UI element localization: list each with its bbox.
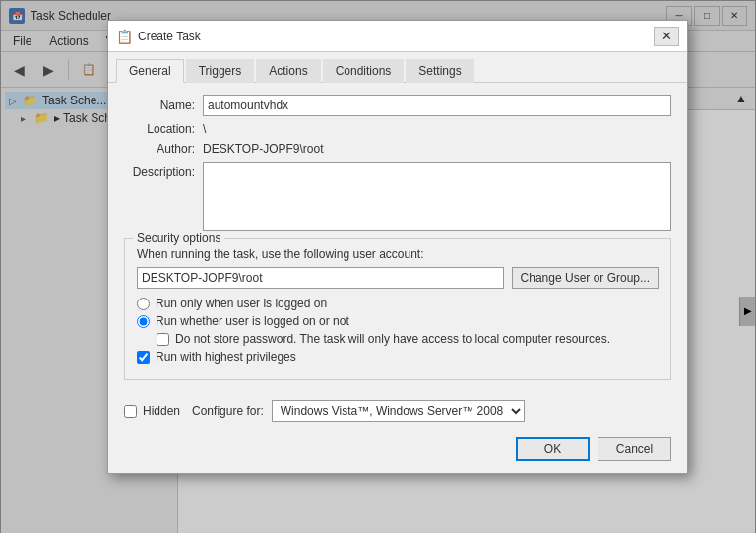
tab-conditions[interactable]: Conditions: [323, 59, 405, 83]
name-input[interactable]: [203, 95, 671, 116]
author-label: Author:: [124, 142, 203, 156]
author-value: DESKTOP-JOPF9\root: [203, 142, 323, 156]
tab-settings[interactable]: Settings: [406, 59, 473, 83]
cancel-button[interactable]: Cancel: [598, 437, 671, 461]
hidden-checkbox-row: Hidden: [124, 404, 180, 418]
tab-triggers[interactable]: Triggers: [186, 59, 255, 83]
modal-overlay: 📋 Create Task ✕ General Triggers Actions…: [0, 0, 756, 533]
change-user-button[interactable]: Change User or Group...: [512, 267, 659, 289]
radio-logged-on-row: Run only when user is logged on: [137, 297, 659, 310]
checkbox-no-password-label[interactable]: Do not store password. The task will onl…: [175, 332, 610, 346]
dialog-content: Name: Location: \ Author: DESKTOP-JOPF9\…: [108, 83, 687, 392]
checkbox-highest-priv-label[interactable]: Run with highest privileges: [156, 350, 296, 364]
checkbox-no-password-row: Do not store password. The task will onl…: [157, 332, 659, 346]
checkbox-no-password[interactable]: [157, 333, 169, 346]
when-running-label: When running the task, use the following…: [137, 247, 659, 261]
description-label: Description:: [124, 162, 203, 179]
tab-actions[interactable]: Actions: [256, 59, 320, 83]
configure-for-label: Configure for:: [192, 404, 264, 418]
radio-logged-on-or-not-label[interactable]: Run whether user is logged on or not: [156, 314, 349, 328]
security-group-label: Security options: [133, 232, 224, 245]
security-options-group: Security options When running the task, …: [124, 238, 671, 380]
radio-logged-on-or-not-row: Run whether user is logged on or not: [137, 314, 659, 328]
name-row: Name:: [124, 95, 671, 116]
create-task-dialog: 📋 Create Task ✕ General Triggers Actions…: [107, 20, 688, 474]
user-account-input[interactable]: [137, 267, 504, 289]
dialog-buttons: OK Cancel: [108, 433, 687, 473]
configure-for-row: Configure for: Windows Vista™, Windows S…: [192, 400, 671, 422]
radio-logged-on[interactable]: [137, 298, 150, 310]
radio-logged-on-or-not[interactable]: [137, 315, 150, 328]
ok-button[interactable]: OK: [516, 437, 590, 461]
location-label: Location:: [124, 122, 203, 136]
description-row: Description:: [124, 162, 671, 231]
checkbox-highest-priv[interactable]: [137, 351, 150, 364]
dialog-icon: 📋: [116, 29, 132, 44]
tabs: General Triggers Actions Conditions Sett…: [108, 52, 687, 83]
tab-general[interactable]: General: [116, 59, 184, 83]
dialog-bottom: Hidden Configure for: Windows Vista™, Wi…: [108, 392, 687, 433]
dialog-close-button[interactable]: ✕: [654, 27, 679, 46]
name-label: Name:: [124, 99, 203, 112]
location-value: \: [203, 122, 206, 136]
dialog-titlebar: 📋 Create Task ✕: [108, 21, 687, 52]
radio-logged-on-label[interactable]: Run only when user is logged on: [156, 297, 327, 310]
location-row: Location: \: [124, 122, 671, 136]
security-user-row: Change User or Group...: [137, 267, 659, 289]
description-input[interactable]: [203, 162, 671, 231]
hidden-checkbox[interactable]: [124, 405, 137, 418]
checkbox-highest-priv-row: Run with highest privileges: [137, 350, 659, 364]
hidden-label[interactable]: Hidden: [143, 404, 180, 418]
author-row: Author: DESKTOP-JOPF9\root: [124, 142, 671, 156]
dialog-title: Create Task: [138, 30, 648, 43]
configure-for-select[interactable]: Windows Vista™, Windows Server™ 2008 Win…: [272, 400, 525, 422]
